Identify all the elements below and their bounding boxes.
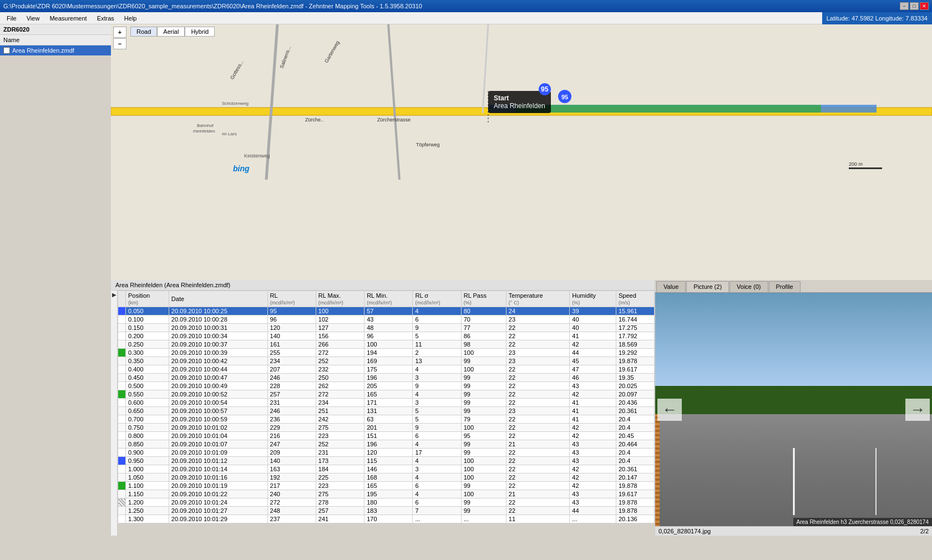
- svg-rect-16: [516, 105, 821, 113]
- col-position[interactable]: Position(km): [126, 291, 169, 307]
- cell-rl_sigma: 6: [413, 315, 461, 324]
- maximize-button[interactable]: □: [910, 2, 919, 10]
- zoom-out-button[interactable]: −: [113, 38, 126, 49]
- table-row[interactable]: 0.45020.09.2010 10:00:472462501963992246…: [118, 374, 655, 382]
- table-row[interactable]: 1.20020.09.2010 10:01:242722781806992243…: [118, 498, 655, 507]
- image-nav-left[interactable]: ←: [657, 399, 682, 421]
- table-row[interactable]: 0.05020.09.2010 10:00:259510057480243915…: [118, 307, 655, 315]
- table-row[interactable]: 0.90020.09.2010 10:01:092092311201799224…: [118, 449, 655, 457]
- cell-temperature: 22: [506, 482, 569, 490]
- row-marker-cell: [118, 390, 126, 399]
- cell-temperature: 22: [506, 340, 569, 349]
- data-table: Position(km) Date RL(mcd/lx/m²) RL Max.(…: [118, 291, 655, 523]
- table-row[interactable]: 1.00020.09.2010 10:01:141631841463100224…: [118, 465, 655, 474]
- cell-temperature: 22: [506, 474, 569, 482]
- table-row[interactable]: 0.25020.09.2010 10:00:371612661001198224…: [118, 340, 655, 349]
- image-nav-right[interactable]: →: [905, 399, 930, 421]
- table-row[interactable]: 0.70020.09.2010 10:00:592362426357922412…: [118, 415, 655, 424]
- col-rl-sigma[interactable]: RL σ(mcd/lx/m²): [413, 291, 461, 307]
- tab-value[interactable]: Value: [656, 281, 686, 292]
- menu-extras[interactable]: Extras: [93, 14, 119, 23]
- table-row[interactable]: 0.95020.09.2010 10:01:121401731154100224…: [118, 457, 655, 465]
- cell-rl: 192: [267, 474, 316, 482]
- menu-file[interactable]: File: [2, 14, 21, 23]
- cell-rl_max: 241: [316, 515, 364, 523]
- table-row[interactable]: 0.15020.09.2010 10:00:311201274897722401…: [118, 324, 655, 332]
- cell-speed: 20.097: [616, 390, 655, 399]
- tab-profile[interactable]: Profile: [769, 281, 801, 292]
- table-row[interactable]: 0.55020.09.2010 10:00:522572721654992242…: [118, 390, 655, 399]
- menu-help[interactable]: Help: [120, 14, 141, 23]
- table-row[interactable]: 0.85020.09.2010 10:01:072472521964992143…: [118, 440, 655, 449]
- col-date[interactable]: Date: [169, 291, 267, 307]
- table-row[interactable]: 0.20020.09.2010 10:00:341401569658622411…: [118, 332, 655, 340]
- table-row[interactable]: 1.25020.09.2010 10:01:272482571837992244…: [118, 507, 655, 515]
- cell-temperature: 22: [506, 399, 569, 407]
- cell-rl_pass: ...: [461, 515, 506, 523]
- col-humidity[interactable]: Humidity(%): [570, 291, 616, 307]
- table-row[interactable]: 0.65020.09.2010 10:00:572462511315992341…: [118, 407, 655, 415]
- table-row[interactable]: 0.35020.09.2010 10:00:422342521691399234…: [118, 357, 655, 365]
- map-area[interactable]: + − Road Aerial Hybrid: [111, 24, 932, 280]
- cell-rl_pass: 95: [461, 432, 506, 440]
- table-row[interactable]: 1.15020.09.2010 10:01:222402751954100214…: [118, 490, 655, 498]
- cell-rl: 140: [267, 457, 316, 465]
- image-filename-bar: 0,026_8280174.jpg 2/2: [655, 526, 932, 536]
- table-row[interactable]: 0.50020.09.2010 10:00:492282622059992243…: [118, 382, 655, 390]
- table-row[interactable]: 0.60020.09.2010 10:00:542312341713992241…: [118, 399, 655, 407]
- table-row[interactable]: 0.10020.09.2010 10:00:289610243670234016…: [118, 315, 655, 324]
- map-type-road[interactable]: Road: [130, 27, 157, 37]
- cell-date: 20.09.2010 10:00:54: [169, 399, 267, 407]
- close-button[interactable]: ✕: [920, 2, 929, 10]
- cell-humidity: 42: [570, 424, 616, 432]
- file-checkbox[interactable]: ✓: [3, 47, 10, 54]
- cell-rl_pass: 77: [461, 324, 506, 332]
- menu-view[interactable]: View: [22, 14, 44, 23]
- svg-text:Töpferweg: Töpferweg: [416, 142, 440, 147]
- cell-position: 0.050: [126, 307, 169, 315]
- tab-voice[interactable]: Voice (0): [730, 281, 768, 292]
- cell-date: 20.09.2010 10:00:25: [169, 307, 267, 315]
- cell-position: 0.100: [126, 315, 169, 324]
- image-area: Area Rheinfelden h3 Zuercherstrasse 0,02…: [655, 293, 932, 526]
- row-marker-cell: [118, 307, 126, 315]
- cell-date: 20.09.2010 10:01:27: [169, 507, 267, 515]
- cell-temperature: 11: [506, 515, 569, 523]
- cell-temperature: 23: [506, 315, 569, 324]
- cell-rl: 240: [267, 490, 316, 498]
- cell-rl: 246: [267, 407, 316, 415]
- tab-picture[interactable]: Picture (2): [686, 281, 729, 292]
- table-row[interactable]: 0.30020.09.2010 10:00:392552721942100234…: [118, 349, 655, 357]
- cell-rl_pass: 99: [461, 407, 506, 415]
- cell-date: 20.09.2010 10:00:49: [169, 382, 267, 390]
- cell-speed: 19.878: [616, 482, 655, 490]
- cell-rl_min: 57: [364, 307, 413, 315]
- zoom-in-button[interactable]: +: [113, 27, 126, 38]
- table-row[interactable]: 1.05020.09.2010 10:01:161922251684100224…: [118, 474, 655, 482]
- window-title: G:\Produkte\ZDR 6020\Mustermessungen\ZDR…: [3, 3, 422, 9]
- col-rl-pass[interactable]: RL Pass(%): [461, 291, 506, 307]
- row-marker-cell: [118, 498, 126, 507]
- cell-rl: 95: [267, 307, 316, 315]
- col-rl[interactable]: RL(mcd/lx/m²): [267, 291, 316, 307]
- cell-humidity: 42: [570, 482, 616, 490]
- menu-measurement[interactable]: Measurement: [45, 14, 91, 23]
- cell-humidity: 39: [570, 307, 616, 315]
- table-row[interactable]: 1.30020.09.2010 10:01:29237241170......1…: [118, 515, 655, 523]
- data-table-container[interactable]: Position(km) Date RL(mcd/lx/m²) RL Max.(…: [118, 291, 655, 536]
- col-temperature[interactable]: Temperature(° C): [506, 291, 569, 307]
- map-type-aerial[interactable]: Aerial: [157, 27, 185, 37]
- col-speed[interactable]: Speed(m/s): [616, 291, 655, 307]
- col-rl-max[interactable]: RL Max.(mcd/lx/m²): [316, 291, 364, 307]
- table-row[interactable]: 1.10020.09.2010 10:01:192172231656992242…: [118, 482, 655, 490]
- cell-position: 1.050: [126, 474, 169, 482]
- minimize-button[interactable]: −: [900, 2, 909, 10]
- table-row[interactable]: 0.80020.09.2010 10:01:042162231516952242…: [118, 432, 655, 440]
- col-rl-min[interactable]: RL Min.(mcd/lx/m²): [364, 291, 413, 307]
- file-item[interactable]: ✓ Area Rheinfelden.zmdf: [0, 45, 111, 55]
- table-row[interactable]: 0.75020.09.2010 10:01:022292752019100224…: [118, 424, 655, 432]
- cell-rl_min: 194: [364, 349, 413, 357]
- table-row[interactable]: 0.40020.09.2010 10:00:442072321754100224…: [118, 365, 655, 374]
- cell-position: 0.350: [126, 357, 169, 365]
- map-type-hybrid[interactable]: Hybrid: [185, 27, 215, 37]
